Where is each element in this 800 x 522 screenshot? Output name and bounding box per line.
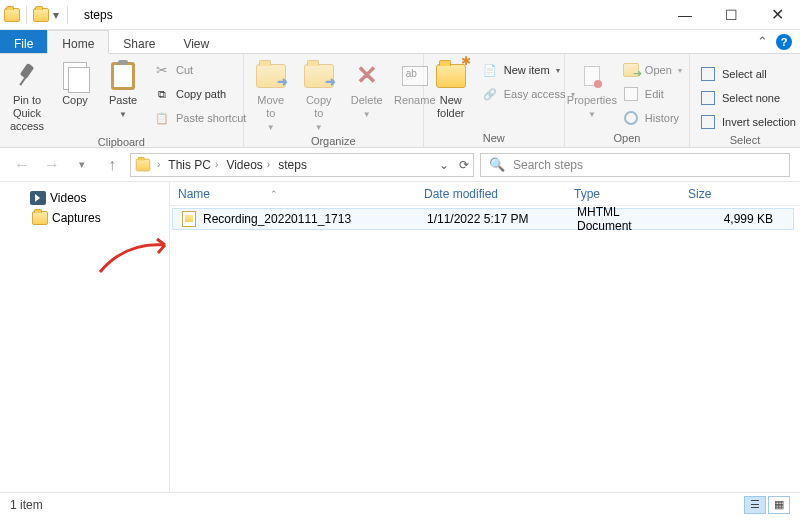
qat-dropdown-icon[interactable]: ▾ (51, 8, 61, 22)
edit-icon (624, 87, 638, 101)
back-button[interactable]: ← (10, 153, 34, 177)
help-icon[interactable]: ? (776, 34, 792, 50)
open-icon: ➜ (623, 63, 639, 77)
qat-folder-icon[interactable] (33, 8, 49, 22)
paste-shortcut-icon: 📋 (154, 110, 170, 126)
pin-to-quick-access-button[interactable]: Pin to Quick access (6, 56, 48, 134)
column-headers: Name⌃ Date modified Type Size (170, 182, 800, 206)
breadcrumb-item[interactable]: steps (276, 158, 309, 172)
paste-shortcut-button[interactable]: 📋Paste shortcut (150, 108, 250, 128)
up-button[interactable]: ↑ (100, 153, 124, 177)
search-icon: 🔍 (489, 157, 505, 172)
delete-button[interactable]: ✕ Delete ▼ (346, 56, 388, 120)
tab-share[interactable]: Share (109, 30, 169, 53)
select-none-icon (701, 91, 715, 105)
column-type[interactable]: Type (566, 187, 680, 201)
chevron-down-icon: ▼ (315, 123, 323, 133)
invert-selection-button[interactable]: Invert selection (696, 112, 800, 132)
history-icon (624, 111, 638, 125)
open-button[interactable]: ➜Open▾ (619, 60, 686, 80)
edit-button[interactable]: Edit (619, 84, 686, 104)
folder-icon (32, 211, 48, 225)
chevron-right-icon[interactable]: › (215, 159, 218, 170)
easy-access-icon: 🔗 (482, 86, 498, 102)
tree-item-captures[interactable]: Captures (4, 208, 165, 228)
properties-button[interactable]: Properties ▼ (571, 56, 613, 120)
copy-path-button[interactable]: ⧉Copy path (150, 84, 250, 104)
copy-icon (63, 62, 87, 90)
folder-icon: ➜ (304, 64, 334, 88)
collapse-ribbon-icon[interactable]: ⌃ (757, 34, 768, 49)
column-name[interactable]: Name⌃ (170, 187, 416, 201)
select-none-button[interactable]: Select none (696, 88, 800, 108)
column-size[interactable]: Size (680, 187, 800, 201)
chevron-down-icon: ▼ (267, 123, 275, 133)
minimize-button[interactable]: — (662, 0, 708, 29)
column-date[interactable]: Date modified (416, 187, 566, 201)
address-bar[interactable]: › This PC› Videos› steps ⌄ ⟳ (130, 153, 474, 177)
new-item-icon: 📄 (482, 62, 498, 78)
file-size: 4,999 KB (683, 212, 793, 226)
new-folder-button[interactable]: ✱ New folder (430, 56, 472, 120)
folder-icon: ➜ (256, 64, 286, 88)
status-item-count: 1 item (10, 498, 43, 512)
chevron-right-icon[interactable]: › (157, 159, 160, 170)
file-date: 1/11/2022 5:17 PM (419, 212, 569, 226)
move-to-button[interactable]: ➜ Move to ▼ (250, 56, 292, 133)
properties-icon (584, 66, 600, 86)
tab-view[interactable]: View (169, 30, 223, 53)
delete-icon: ✕ (356, 60, 378, 91)
breadcrumb-item[interactable]: This PC› (166, 158, 220, 172)
video-folder-icon (30, 191, 46, 205)
search-input[interactable]: 🔍 Search steps (480, 153, 790, 177)
group-label: Organize (250, 133, 417, 150)
group-label: Open (571, 130, 683, 147)
file-name: Recording_20220111_1713 (203, 212, 351, 226)
chevron-down-icon: ▼ (363, 110, 371, 120)
pin-icon (13, 62, 41, 90)
copy-button[interactable]: Copy (54, 56, 96, 107)
maximize-button[interactable]: ☐ (708, 0, 754, 29)
file-type: MHTML Document (569, 205, 683, 233)
chevron-down-icon: ▼ (588, 110, 596, 120)
rename-button[interactable]: Rename (394, 56, 436, 107)
history-button[interactable]: History (619, 108, 686, 128)
paste-icon (111, 62, 135, 90)
copy-path-icon: ⧉ (154, 86, 170, 102)
sort-indicator-icon: ⌃ (270, 189, 278, 199)
folder-icon (136, 158, 150, 171)
window-title: steps (84, 8, 113, 22)
select-all-button[interactable]: Select all (696, 64, 800, 84)
recent-locations-button[interactable]: ▾ (70, 153, 94, 177)
mhtml-file-icon (182, 211, 196, 227)
tree-item-videos[interactable]: Videos (4, 188, 165, 208)
folder-icon (4, 8, 20, 22)
copy-to-button[interactable]: ➜ Copy to ▼ (298, 56, 340, 133)
breadcrumb-item[interactable]: Videos› (224, 158, 272, 172)
easy-access-button[interactable]: 🔗Easy access▾ (478, 84, 580, 104)
details-view-button[interactable]: ☰ (744, 496, 766, 514)
chevron-right-icon[interactable]: › (267, 159, 270, 170)
refresh-button[interactable]: ⟳ (459, 158, 469, 172)
new-badge-icon: ✱ (461, 54, 471, 68)
close-button[interactable]: ✕ (754, 0, 800, 29)
forward-button[interactable]: → (40, 153, 64, 177)
thumbnails-view-button[interactable]: ▦ (768, 496, 790, 514)
cut-button[interactable]: ✂Cut (150, 60, 250, 80)
select-all-icon (701, 67, 715, 81)
address-dropdown-icon[interactable]: ⌄ (439, 158, 449, 172)
tab-file[interactable]: File (0, 30, 47, 53)
group-label: Clipboard (6, 134, 237, 151)
invert-selection-icon (701, 115, 715, 129)
tab-home[interactable]: Home (47, 30, 109, 54)
group-label: Select (696, 132, 794, 149)
chevron-down-icon: ▼ (119, 110, 127, 120)
file-row[interactable]: Recording_20220111_1713 1/11/2022 5:17 P… (172, 208, 794, 230)
rename-icon (402, 66, 428, 86)
nav-tree[interactable]: Videos Captures (0, 182, 170, 492)
group-label: New (430, 130, 558, 147)
scissors-icon: ✂ (154, 62, 170, 78)
paste-button[interactable]: Paste ▼ (102, 56, 144, 120)
